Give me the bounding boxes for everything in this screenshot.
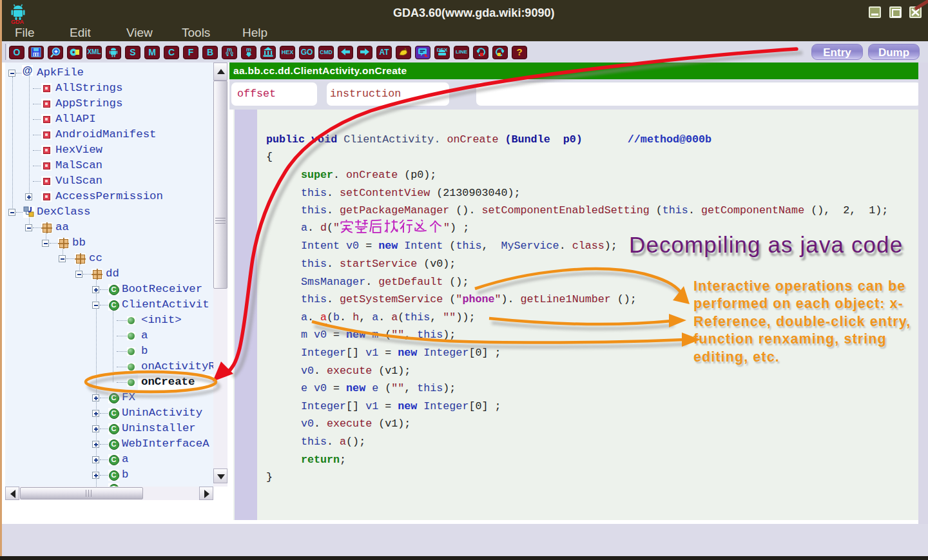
svg-text:m: m	[246, 46, 251, 53]
svg-text:GDA: GDA	[11, 19, 24, 24]
